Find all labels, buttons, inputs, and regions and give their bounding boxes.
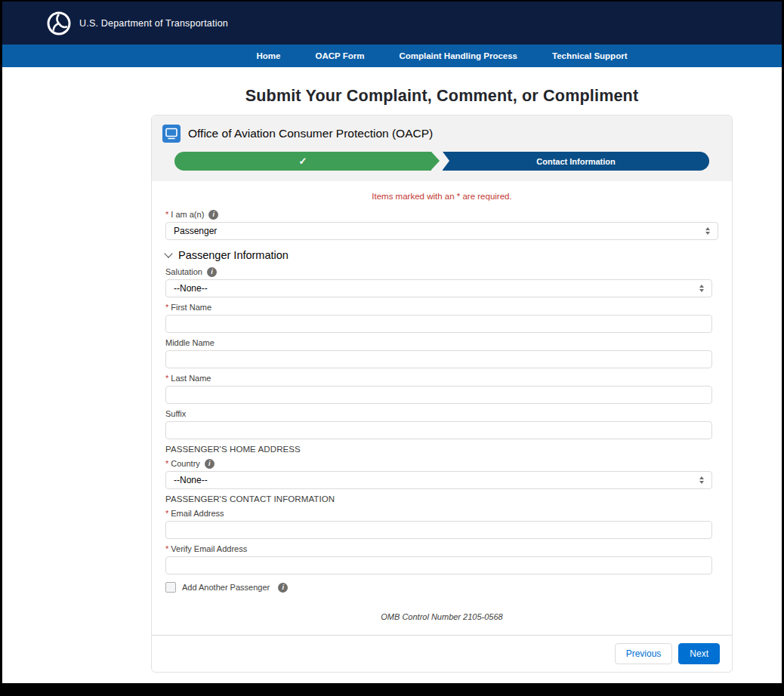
dot-logo xyxy=(46,11,72,36)
page-title: Submit Your Complaint, Comment, or Compl… xyxy=(151,86,733,106)
passenger-information-title: Passenger Information xyxy=(178,249,289,261)
field-verify-email-address: * Verify Email Address xyxy=(165,544,712,574)
info-icon[interactable]: i xyxy=(205,459,215,469)
country-label-text: Country xyxy=(171,459,200,469)
stepper-icon xyxy=(699,285,704,292)
stepper-up-arrow xyxy=(699,476,704,479)
suffix-label: Suffix xyxy=(165,409,712,419)
info-icon[interactable]: i xyxy=(278,583,288,593)
dot-header: U.S. Department of Transportation xyxy=(2,2,782,45)
info-icon[interactable]: i xyxy=(208,210,218,220)
required-note: Items marked with an * are required. xyxy=(165,192,718,201)
salutation-select[interactable]: --None-- xyxy=(165,279,712,297)
field-last-name: * Last Name xyxy=(165,374,712,404)
dot-brand: U.S. Department of Transportation xyxy=(46,11,228,36)
nav-technical-support[interactable]: Technical Support xyxy=(552,51,627,60)
field-country: * Country i --None-- xyxy=(165,459,712,489)
middle-name-label-text: Middle Name xyxy=(165,338,215,348)
progress-step-label: Contact Information xyxy=(536,157,616,166)
i-am-an-label: * I am a(n) i xyxy=(165,210,718,220)
field-first-name: * First Name xyxy=(165,303,712,333)
field-i-am-an: * I am a(n) i Passenger xyxy=(165,210,718,240)
contact-information-heading: PASSENGER'S CONTACT INFORMATION xyxy=(165,494,712,504)
previous-button[interactable]: Previous xyxy=(615,643,673,664)
nav-oacp-form[interactable]: OACP Form xyxy=(315,51,364,60)
next-button[interactable]: Next xyxy=(678,643,720,664)
form-body: Items marked with an * are required. * I… xyxy=(152,192,732,621)
country-select[interactable]: --None-- xyxy=(165,471,712,489)
salutation-select-value: --None-- xyxy=(174,283,208,294)
first-name-input[interactable] xyxy=(165,315,712,333)
card-title: Office of Aviation Consumer Protection (… xyxy=(188,127,433,140)
nav-links: Home OACP Form Complaint Handling Proces… xyxy=(151,45,733,67)
first-name-label: * First Name xyxy=(165,303,712,313)
info-icon[interactable]: i xyxy=(207,267,217,277)
stepper-up-arrow xyxy=(705,227,710,230)
stepper-down-arrow xyxy=(705,232,710,235)
i-am-an-select-value: Passenger xyxy=(174,226,217,236)
stepper-icon xyxy=(699,476,704,484)
check-icon: ✓ xyxy=(299,156,307,167)
field-suffix: Suffix xyxy=(165,409,712,439)
field-email-address: * Email Address xyxy=(165,509,712,539)
progress-step-contact-information: Contact Information xyxy=(443,152,709,171)
i-am-an-label-text: I am a(n) xyxy=(171,210,204,220)
last-name-input[interactable] xyxy=(165,386,712,404)
middle-name-input[interactable] xyxy=(165,350,712,368)
chevron-down-icon xyxy=(164,249,172,257)
middle-name-label: Middle Name xyxy=(165,338,712,348)
verify-email-label: * Verify Email Address xyxy=(165,544,712,554)
add-another-passenger-row: Add Another Passenger i xyxy=(165,582,712,593)
add-another-passenger-label: Add Another Passenger xyxy=(182,583,270,592)
suffix-input[interactable] xyxy=(165,421,712,439)
add-another-passenger-checkbox[interactable] xyxy=(165,582,176,593)
country-select-value: --None-- xyxy=(174,475,208,485)
suffix-label-text: Suffix xyxy=(165,409,186,419)
card-header: Office of Aviation Consumer Protection (… xyxy=(152,115,732,181)
last-name-label: * Last Name xyxy=(165,374,712,383)
main-content: Submit Your Complaint, Comment, or Compl… xyxy=(151,67,733,673)
stepper-icon xyxy=(705,227,710,235)
field-middle-name: Middle Name xyxy=(165,338,712,368)
passenger-information-section-toggle[interactable]: Passenger Information xyxy=(165,249,718,261)
oacp-form-card: Office of Aviation Consumer Protection (… xyxy=(151,115,733,673)
required-asterisk: * xyxy=(165,509,168,519)
stepper-up-arrow xyxy=(699,285,704,288)
last-name-label-text: Last Name xyxy=(171,374,211,383)
field-salutation: Salutation i --None-- xyxy=(165,267,712,297)
required-asterisk: * xyxy=(165,459,168,469)
agency-name: U.S. Department of Transportation xyxy=(79,18,228,29)
first-name-label-text: First Name xyxy=(171,303,211,313)
salutation-label-text: Salutation xyxy=(165,267,202,277)
home-address-heading: PASSENGER'S HOME ADDRESS xyxy=(165,445,712,454)
card-header-row: Office of Aviation Consumer Protection (… xyxy=(162,125,721,143)
stepper-down-arrow xyxy=(699,481,704,484)
required-asterisk: * xyxy=(165,303,168,313)
main-nav: Home OACP Form Complaint Handling Proces… xyxy=(2,45,782,67)
progress-bar: ✓ Contact Information xyxy=(174,152,709,171)
progress-step-complete: ✓ xyxy=(174,152,431,171)
nav-complaint-handling-process[interactable]: Complaint Handling Process xyxy=(399,51,517,60)
nav-home[interactable]: Home xyxy=(257,51,281,60)
i-am-an-select[interactable]: Passenger xyxy=(165,222,718,240)
required-asterisk: * xyxy=(165,544,168,554)
email-label-text: Email Address xyxy=(171,509,224,519)
omb-control-number: OMB Control Number 2105-0568 xyxy=(165,612,718,621)
email-input[interactable] xyxy=(165,521,712,539)
required-asterisk: * xyxy=(165,374,168,383)
card-footer: Previous Next xyxy=(152,635,732,672)
oacp-app-icon xyxy=(162,125,181,143)
email-label: * Email Address xyxy=(165,509,712,519)
passenger-information-body: Salutation i --None-- * xyxy=(165,267,718,593)
required-asterisk: * xyxy=(165,210,168,220)
verify-email-label-text: Verify Email Address xyxy=(171,544,247,554)
stepper-down-arrow xyxy=(699,289,704,292)
country-label: * Country i xyxy=(165,459,712,469)
salutation-label: Salutation i xyxy=(165,267,712,277)
verify-email-input[interactable] xyxy=(165,556,712,574)
